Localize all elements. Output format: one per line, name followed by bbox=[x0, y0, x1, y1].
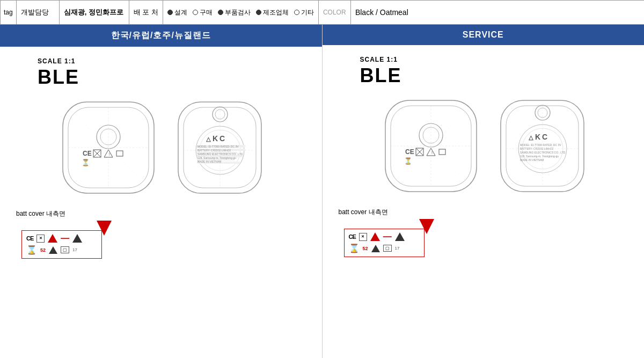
svg-text:MADE IN VIETNAM: MADE IN VIETNAM bbox=[520, 158, 544, 162]
radio-bupum bbox=[218, 10, 223, 15]
baepo-cell: 배 포 처 bbox=[129, 1, 163, 24]
color-label-cell: COLOR bbox=[319, 1, 351, 24]
tag-cell: tag bbox=[0, 1, 17, 24]
left-batt-label: batt cover 내측면 bbox=[16, 209, 65, 218]
left-ble-label: BLE bbox=[38, 66, 79, 89]
left-panel-title: 한국/유럽/호주/뉴질랜드 bbox=[111, 31, 211, 40]
radio-seolgye bbox=[167, 10, 173, 15]
option-seolgye: 설계 bbox=[167, 8, 187, 17]
right-panel-body: SCALE 1:1 BLE CE ! bbox=[323, 45, 645, 358]
right-batt-row-1: CE ✕ — bbox=[349, 232, 420, 241]
svg-text:MODEL: EI-T7300 RATED: DC 3V: MODEL: EI-T7300 RATED: DC 3V bbox=[520, 143, 561, 147]
color-value-cell: Black / Oatmeal bbox=[351, 1, 437, 24]
left-annotation: batt cover 내측면 CE ✕ — bbox=[5, 209, 317, 259]
color-label: COLOR bbox=[323, 9, 346, 16]
svg-rect-10 bbox=[116, 151, 123, 156]
right-device-front: △ K C MODEL: EI-T7300 RATED: DC 3V BATTE… bbox=[495, 92, 589, 200]
svg-text:SAMSUNG ELECTRONICS CO., LTD.: SAMSUNG ELECTRONICS CO., LTD. bbox=[520, 151, 566, 154]
svg-text:△: △ bbox=[528, 134, 533, 141]
tag-label: tag bbox=[4, 9, 13, 16]
svg-text:K: K bbox=[213, 134, 218, 143]
option-jejo: 제조업체 bbox=[256, 8, 289, 17]
right-panel: SERVICE SCALE 1:1 BLE CE bbox=[323, 25, 645, 358]
svg-text:129, Samsung-ro, Yeongtong-gu: 129, Samsung-ro, Yeongtong-gu bbox=[197, 156, 236, 159]
left-panel-body: SCALE 1:1 BLE CE bbox=[0, 47, 322, 358]
svg-text:⏳: ⏳ bbox=[82, 158, 90, 166]
svg-rect-48 bbox=[439, 149, 445, 155]
svg-text:!: ! bbox=[431, 151, 433, 155]
left-device-front: △ K C MODEL: EI-T7300 RATED: DC 3V bbox=[173, 94, 267, 201]
option-gumae: 구매 bbox=[193, 8, 213, 17]
color-value: Black / Oatmeal bbox=[355, 8, 408, 17]
option-gita: 기타 bbox=[294, 8, 314, 17]
right-batt-box: CE ✕ — ⌛ 52 ▢ 17 bbox=[344, 229, 425, 257]
left-batt-box: CE ✕ — ⌛ 52 ▢ 17 bbox=[21, 230, 102, 259]
batt-row-2: ⌛ 52 ▢ 17 bbox=[26, 245, 97, 255]
right-panel-header: SERVICE bbox=[323, 25, 645, 45]
baepo-label: 배 포 처 bbox=[134, 8, 158, 17]
right-scale-label: SCALE 1:1 bbox=[360, 56, 398, 63]
radio-gumae bbox=[193, 10, 198, 15]
svg-text:K: K bbox=[535, 133, 540, 141]
svg-text:129, Samsung-ro, Yeongtong-gu: 129, Samsung-ro, Yeongtong-gu bbox=[520, 155, 559, 158]
left-scale-label: SCALE 1:1 bbox=[38, 57, 75, 65]
radio-jejo bbox=[256, 10, 261, 15]
names-cell: 심재광, 정민화프로 bbox=[60, 1, 129, 24]
right-device-back: CE ! ⏳ bbox=[377, 92, 485, 200]
svg-text:C: C bbox=[542, 133, 547, 141]
options-cell: 설계 구매 부품검사 제조업체 기타 bbox=[163, 1, 319, 24]
right-panel-title: SERVICE bbox=[463, 30, 504, 39]
radio-gita bbox=[294, 10, 299, 15]
svg-text:C: C bbox=[219, 134, 225, 143]
right-ble-label: BLE bbox=[360, 64, 402, 87]
svg-text:CE: CE bbox=[405, 148, 414, 156]
batt-row-1: CE ✕ — bbox=[26, 234, 97, 243]
right-devices-row: CE ! ⏳ bbox=[328, 92, 639, 200]
left-panel: 한국/유럽/호주/뉴질랜드 SCALE 1:1 BLE bbox=[0, 25, 323, 358]
dev-label: 개발담당 bbox=[21, 8, 49, 17]
right-batt-row-2: ⌛ 52 ▢ 17 bbox=[349, 243, 420, 253]
svg-text:⏳: ⏳ bbox=[404, 157, 412, 165]
left-panel-header: 한국/유럽/호주/뉴질랜드 bbox=[0, 25, 322, 47]
right-annotation: batt cover 내측면 CE ✕ — bbox=[328, 208, 639, 257]
svg-text:MADE IN VIETNAM: MADE IN VIETNAM bbox=[197, 160, 221, 163]
names-value: 심재광, 정민화프로 bbox=[64, 8, 123, 17]
svg-text:△: △ bbox=[206, 136, 211, 142]
left-devices-row: CE ! ⏳ bbox=[5, 94, 317, 201]
svg-text:CE: CE bbox=[83, 150, 92, 157]
svg-text:!: ! bbox=[109, 152, 110, 156]
option-bupum: 부품검사 bbox=[218, 8, 251, 17]
svg-text:MODEL: EI-T7300 RATED: DC 3V: MODEL: EI-T7300 RATED: DC 3V bbox=[197, 145, 239, 148]
header-row: tag 개발담당 심재광, 정민화프로 배 포 처 설계 구매 부품검사 제조업… bbox=[0, 0, 644, 25]
right-batt-label: batt cover 내측면 bbox=[339, 208, 388, 217]
dev-cell: 개발담당 bbox=[17, 1, 60, 24]
main-content: 한국/유럽/호주/뉴질랜드 SCALE 1:1 BLE bbox=[0, 25, 644, 358]
svg-text:SAMSUNG ELECTRONICS CO., LTD.: SAMSUNG ELECTRONICS CO., LTD. bbox=[197, 152, 244, 156]
left-device-back: CE ! ⏳ bbox=[55, 94, 162, 201]
